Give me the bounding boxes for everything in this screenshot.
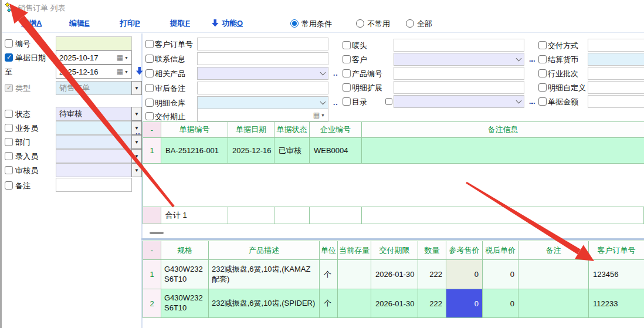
- checkbox-delivery-by[interactable]: [145, 112, 154, 120]
- input-customer-po[interactable]: [197, 38, 328, 50]
- checkbox-industry-batch[interactable]: [538, 69, 547, 77]
- master-header-doc-no[interactable]: 单据编号: [161, 122, 228, 138]
- combo-customer[interactable]: [394, 53, 524, 66]
- checkbox-delivery-method[interactable]: [538, 41, 547, 49]
- checkbox-customer[interactable]: [343, 55, 351, 63]
- detail-header-index[interactable]: -: [143, 241, 161, 260]
- detail-header-deadline[interactable]: 交付期限: [371, 241, 418, 260]
- detail-cell-qty[interactable]: 222: [418, 289, 446, 317]
- detail-cell-net-price[interactable]: 0: [483, 289, 518, 317]
- combo-auditor-dropdown-button[interactable]: ▼: [131, 163, 142, 177]
- checkbox-product-code[interactable]: [343, 69, 351, 77]
- detail-warehouse-browse-button[interactable]: ..: [333, 99, 338, 107]
- print-button[interactable]: 打印P: [120, 18, 140, 29]
- master-row-num[interactable]: 1: [143, 138, 161, 164]
- checkbox-settlement-currency[interactable]: [538, 55, 547, 63]
- checkbox-remark[interactable]: [5, 181, 13, 190]
- detail-header-qty[interactable]: 数量: [418, 241, 446, 260]
- detail-cell-desc[interactable]: 232减振盘,6簧,10齿,(SPIDER): [209, 289, 320, 317]
- checkbox-doc-date[interactable]: [5, 53, 13, 62]
- master-header-remark-info[interactable]: 备注信息: [362, 122, 644, 138]
- detail-cell-stock[interactable]: [338, 289, 371, 317]
- detail-cell-desc[interactable]: 232减振盘,6簧,10齿,(KAMAZ配套): [209, 260, 320, 289]
- master-header-doc-date[interactable]: 单据日期: [228, 122, 274, 138]
- detail-cell-stock[interactable]: [338, 260, 371, 289]
- checkbox-post-audit-remark[interactable]: [145, 84, 154, 92]
- related-product-browse-button[interactable]: ..: [333, 69, 338, 77]
- input-code[interactable]: [56, 36, 132, 50]
- detail-cell-ref-price-selected[interactable]: 0: [446, 289, 483, 317]
- combo-type-dropdown-button[interactable]: ▼: [131, 81, 142, 95]
- combo-entry-clerk-dropdown-button[interactable]: ▼: [131, 149, 142, 163]
- input-product-code[interactable]: [394, 67, 524, 80]
- detail-header-remark[interactable]: 备注: [518, 241, 589, 260]
- checkbox-customer-po[interactable]: [145, 40, 154, 48]
- checkbox-shipping-mark[interactable]: [343, 41, 351, 49]
- checkbox-auditor[interactable]: [5, 166, 13, 174]
- detail-cell-net-price[interactable]: 0: [483, 260, 518, 289]
- input-post-audit-remark[interactable]: [197, 82, 328, 94]
- combo-entry-clerk[interactable]: [56, 149, 132, 163]
- master-header-doc-status[interactable]: 单据状态: [274, 122, 310, 138]
- input-settlement-currency[interactable]: [588, 53, 644, 66]
- detail-header-stock[interactable]: 当前存量: [338, 241, 371, 260]
- detail-cell-spec[interactable]: G430W232S6T10: [161, 289, 209, 317]
- radio-uncommon[interactable]: [356, 19, 364, 28]
- detail-header-customer-po[interactable]: 客户订单号: [589, 241, 644, 260]
- combo-status-dropdown-button[interactable]: ▼: [131, 107, 142, 121]
- checkbox-catalog-extra[interactable]: [385, 98, 392, 105]
- input-shipping-mark[interactable]: [394, 39, 524, 52]
- detail-header-ref-price[interactable]: 参考售价: [446, 241, 483, 260]
- checkbox-related-product[interactable]: [145, 69, 154, 77]
- checkbox-contact-info[interactable]: [145, 55, 154, 63]
- combo-department-dropdown-button[interactable]: ▼: [131, 135, 142, 149]
- checkbox-code[interactable]: [5, 39, 13, 48]
- checkbox-salesman[interactable]: [5, 124, 13, 132]
- input-delivery-method[interactable]: [588, 39, 644, 52]
- settlement-currency-browse-button[interactable]: ..: [531, 55, 536, 63]
- detail-cell-qty[interactable]: 222: [418, 260, 446, 289]
- combo-salesman[interactable]: [56, 121, 132, 135]
- input-industry-batch[interactable]: [588, 67, 644, 80]
- input-detail-extend[interactable]: [394, 81, 524, 94]
- checkbox-detail-custom[interactable]: [538, 83, 547, 92]
- detail-cell-customer-po[interactable]: 112233: [589, 289, 644, 317]
- detail-cell-remark[interactable]: [518, 289, 589, 317]
- combo-department[interactable]: [56, 135, 132, 149]
- detail-row-num[interactable]: 1: [143, 260, 161, 289]
- checkbox-detail-extend[interactable]: [343, 83, 351, 92]
- new-button[interactable]: 新增A: [21, 18, 42, 29]
- input-contact-info[interactable]: [197, 52, 328, 65]
- function-button[interactable]: 功能O: [222, 18, 243, 29]
- detail-row-num[interactable]: 2: [143, 289, 161, 317]
- combo-related-product[interactable]: [197, 67, 328, 80]
- detail-cell-customer-po[interactable]: 123456: [589, 260, 644, 289]
- detail-cell-remark[interactable]: [518, 260, 589, 289]
- input-delivery-by[interactable]: ▦▼: [197, 109, 328, 121]
- checkbox-catalog[interactable]: [343, 97, 351, 106]
- checkbox-detail-warehouse[interactable]: [145, 99, 154, 107]
- combo-catalog[interactable]: [394, 95, 524, 108]
- detail-header-unit[interactable]: 单位: [320, 241, 338, 260]
- master-cell-doc-date[interactable]: 2025-12-16: [228, 138, 274, 164]
- master-cell-company-no[interactable]: WEB0004: [310, 138, 362, 164]
- input-doc-amount[interactable]: [588, 95, 644, 108]
- master-header-index[interactable]: -: [143, 122, 161, 138]
- detail-cell-unit[interactable]: 个: [320, 260, 338, 289]
- edit-button[interactable]: 编辑E: [69, 18, 90, 29]
- splitter-handle[interactable]: [150, 232, 164, 234]
- combo-status[interactable]: 待审核: [56, 107, 132, 121]
- master-cell-doc-no[interactable]: BA-251216-001: [161, 138, 228, 164]
- input-detail-custom[interactable]: [588, 81, 644, 94]
- detail-header-net-price[interactable]: 税后单价: [483, 241, 518, 260]
- master-cell-doc-status[interactable]: 已审核: [274, 138, 310, 164]
- master-header-company-no[interactable]: 企业编号: [310, 122, 362, 138]
- collapse-filters-icon[interactable]: [136, 67, 143, 75]
- extract-button[interactable]: 提取F: [170, 18, 190, 29]
- detail-cell-unit[interactable]: 个: [320, 289, 338, 317]
- input-doc-date-from[interactable]: 2025-10-17▦▼: [56, 50, 132, 65]
- checkbox-status[interactable]: [5, 110, 13, 118]
- detail-header-desc[interactable]: 产品描述: [209, 241, 320, 260]
- input-remark[interactable]: [56, 178, 132, 192]
- checkbox-entry-clerk[interactable]: [5, 152, 13, 160]
